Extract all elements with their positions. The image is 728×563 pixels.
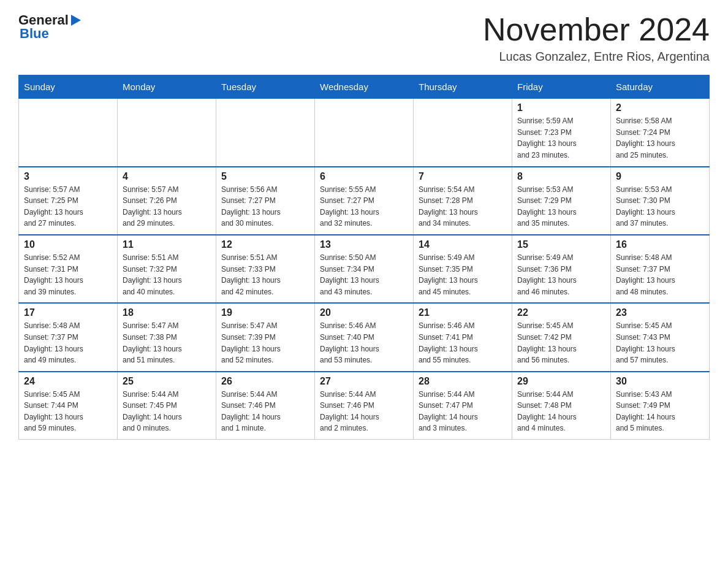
day-info: Sunrise: 5:49 AM Sunset: 7:36 PM Dayligh… <box>517 252 605 297</box>
day-info: Sunrise: 5:52 AM Sunset: 7:31 PM Dayligh… <box>24 252 112 297</box>
calendar-cell: 11Sunrise: 5:51 AM Sunset: 7:32 PM Dayli… <box>118 235 216 303</box>
calendar-cell: 15Sunrise: 5:49 AM Sunset: 7:36 PM Dayli… <box>512 235 611 303</box>
day-number: 23 <box>616 307 704 318</box>
logo-blue-text: Blue <box>20 26 49 42</box>
day-number: 4 <box>123 171 211 182</box>
day-number: 7 <box>419 171 507 182</box>
day-number: 26 <box>221 376 309 387</box>
day-number: 22 <box>517 307 605 318</box>
day-number: 19 <box>221 307 309 318</box>
calendar-cell <box>315 99 414 167</box>
day-info: Sunrise: 5:47 AM Sunset: 7:38 PM Dayligh… <box>123 320 211 366</box>
calendar-cell: 27Sunrise: 5:44 AM Sunset: 7:46 PM Dayli… <box>315 372 414 440</box>
calendar-cell: 25Sunrise: 5:44 AM Sunset: 7:45 PM Dayli… <box>118 372 216 440</box>
calendar-cell: 24Sunrise: 5:45 AM Sunset: 7:44 PM Dayli… <box>19 372 118 440</box>
day-number: 10 <box>24 239 112 250</box>
calendar-cell: 1Sunrise: 5:59 AM Sunset: 7:23 PM Daylig… <box>512 99 611 167</box>
calendar-cell: 5Sunrise: 5:56 AM Sunset: 7:27 PM Daylig… <box>216 167 315 235</box>
calendar-header-row: SundayMondayTuesdayWednesdayThursdayFrid… <box>19 75 710 99</box>
calendar-cell: 17Sunrise: 5:48 AM Sunset: 7:37 PM Dayli… <box>19 303 118 371</box>
svg-marker-0 <box>71 15 81 26</box>
day-number: 5 <box>221 171 309 182</box>
day-number: 14 <box>419 239 507 250</box>
day-number: 15 <box>517 239 605 250</box>
day-info: Sunrise: 5:50 AM Sunset: 7:34 PM Dayligh… <box>320 252 408 297</box>
calendar-cell <box>414 99 512 167</box>
day-number: 25 <box>123 376 211 387</box>
day-number: 2 <box>616 102 704 113</box>
day-of-week-header: Monday <box>118 75 216 99</box>
day-info: Sunrise: 5:45 AM Sunset: 7:42 PM Dayligh… <box>517 320 605 366</box>
day-number: 29 <box>517 376 605 387</box>
day-number: 20 <box>320 307 408 318</box>
logo-triangle-icon <box>70 13 82 27</box>
day-number: 30 <box>616 376 704 387</box>
calendar-cell: 29Sunrise: 5:44 AM Sunset: 7:48 PM Dayli… <box>512 372 611 440</box>
day-number: 18 <box>123 307 211 318</box>
day-info: Sunrise: 5:46 AM Sunset: 7:40 PM Dayligh… <box>320 320 408 366</box>
day-number: 17 <box>24 307 112 318</box>
day-info: Sunrise: 5:44 AM Sunset: 7:45 PM Dayligh… <box>123 389 211 434</box>
calendar-cell: 28Sunrise: 5:44 AM Sunset: 7:47 PM Dayli… <box>414 372 512 440</box>
calendar-week-row: 1Sunrise: 5:59 AM Sunset: 7:23 PM Daylig… <box>19 99 710 167</box>
calendar-cell: 9Sunrise: 5:53 AM Sunset: 7:30 PM Daylig… <box>611 167 710 235</box>
calendar-cell: 19Sunrise: 5:47 AM Sunset: 7:39 PM Dayli… <box>216 303 315 371</box>
calendar-cell: 8Sunrise: 5:53 AM Sunset: 7:29 PM Daylig… <box>512 167 611 235</box>
day-info: Sunrise: 5:46 AM Sunset: 7:41 PM Dayligh… <box>419 320 507 366</box>
calendar-cell: 16Sunrise: 5:48 AM Sunset: 7:37 PM Dayli… <box>611 235 710 303</box>
calendar-week-row: 24Sunrise: 5:45 AM Sunset: 7:44 PM Dayli… <box>19 372 710 440</box>
day-info: Sunrise: 5:44 AM Sunset: 7:47 PM Dayligh… <box>419 389 507 434</box>
day-info: Sunrise: 5:58 AM Sunset: 7:24 PM Dayligh… <box>616 115 704 161</box>
day-info: Sunrise: 5:47 AM Sunset: 7:39 PM Dayligh… <box>221 320 309 366</box>
day-info: Sunrise: 5:48 AM Sunset: 7:37 PM Dayligh… <box>24 320 112 366</box>
day-info: Sunrise: 5:51 AM Sunset: 7:32 PM Dayligh… <box>123 252 211 297</box>
month-title: November 2024 <box>483 12 710 47</box>
day-info: Sunrise: 5:56 AM Sunset: 7:27 PM Dayligh… <box>221 184 309 229</box>
day-of-week-header: Tuesday <box>216 75 315 99</box>
day-number: 1 <box>517 102 605 113</box>
logo: General Blue <box>18 12 82 42</box>
calendar-cell: 12Sunrise: 5:51 AM Sunset: 7:33 PM Dayli… <box>216 235 315 303</box>
day-info: Sunrise: 5:48 AM Sunset: 7:37 PM Dayligh… <box>616 252 704 297</box>
day-number: 3 <box>24 171 112 182</box>
page-header: General Blue November 2024 Lucas Gonzale… <box>18 12 710 64</box>
calendar-cell: 18Sunrise: 5:47 AM Sunset: 7:38 PM Dayli… <box>118 303 216 371</box>
day-number: 8 <box>517 171 605 182</box>
day-of-week-header: Sunday <box>19 75 118 99</box>
day-info: Sunrise: 5:45 AM Sunset: 7:44 PM Dayligh… <box>24 389 112 434</box>
calendar-cell: 13Sunrise: 5:50 AM Sunset: 7:34 PM Dayli… <box>315 235 414 303</box>
day-number: 13 <box>320 239 408 250</box>
day-info: Sunrise: 5:57 AM Sunset: 7:25 PM Dayligh… <box>24 184 112 229</box>
calendar-cell <box>118 99 216 167</box>
calendar-cell: 7Sunrise: 5:54 AM Sunset: 7:28 PM Daylig… <box>414 167 512 235</box>
day-number: 6 <box>320 171 408 182</box>
day-info: Sunrise: 5:49 AM Sunset: 7:35 PM Dayligh… <box>419 252 507 297</box>
calendar-cell: 22Sunrise: 5:45 AM Sunset: 7:42 PM Dayli… <box>512 303 611 371</box>
day-info: Sunrise: 5:53 AM Sunset: 7:30 PM Dayligh… <box>616 184 704 229</box>
title-section: November 2024 Lucas Gonzalez, Entre Rios… <box>483 12 710 64</box>
day-info: Sunrise: 5:44 AM Sunset: 7:46 PM Dayligh… <box>221 389 309 434</box>
day-of-week-header: Friday <box>512 75 611 99</box>
day-of-week-header: Saturday <box>611 75 710 99</box>
calendar-cell: 3Sunrise: 5:57 AM Sunset: 7:25 PM Daylig… <box>19 167 118 235</box>
calendar-cell: 14Sunrise: 5:49 AM Sunset: 7:35 PM Dayli… <box>414 235 512 303</box>
calendar-cell: 6Sunrise: 5:55 AM Sunset: 7:27 PM Daylig… <box>315 167 414 235</box>
day-info: Sunrise: 5:51 AM Sunset: 7:33 PM Dayligh… <box>221 252 309 297</box>
calendar-cell: 26Sunrise: 5:44 AM Sunset: 7:46 PM Dayli… <box>216 372 315 440</box>
day-info: Sunrise: 5:44 AM Sunset: 7:46 PM Dayligh… <box>320 389 408 434</box>
calendar-cell: 30Sunrise: 5:43 AM Sunset: 7:49 PM Dayli… <box>611 372 710 440</box>
day-number: 24 <box>24 376 112 387</box>
calendar-cell <box>19 99 118 167</box>
day-number: 9 <box>616 171 704 182</box>
day-number: 11 <box>123 239 211 250</box>
calendar-cell: 10Sunrise: 5:52 AM Sunset: 7:31 PM Dayli… <box>19 235 118 303</box>
calendar-cell: 4Sunrise: 5:57 AM Sunset: 7:26 PM Daylig… <box>118 167 216 235</box>
subtitle: Lucas Gonzalez, Entre Rios, Argentina <box>483 50 710 64</box>
day-number: 28 <box>419 376 507 387</box>
day-number: 27 <box>320 376 408 387</box>
day-info: Sunrise: 5:45 AM Sunset: 7:43 PM Dayligh… <box>616 320 704 366</box>
calendar-cell: 23Sunrise: 5:45 AM Sunset: 7:43 PM Dayli… <box>611 303 710 371</box>
day-number: 12 <box>221 239 309 250</box>
calendar-cell: 2Sunrise: 5:58 AM Sunset: 7:24 PM Daylig… <box>611 99 710 167</box>
day-info: Sunrise: 5:57 AM Sunset: 7:26 PM Dayligh… <box>123 184 211 229</box>
